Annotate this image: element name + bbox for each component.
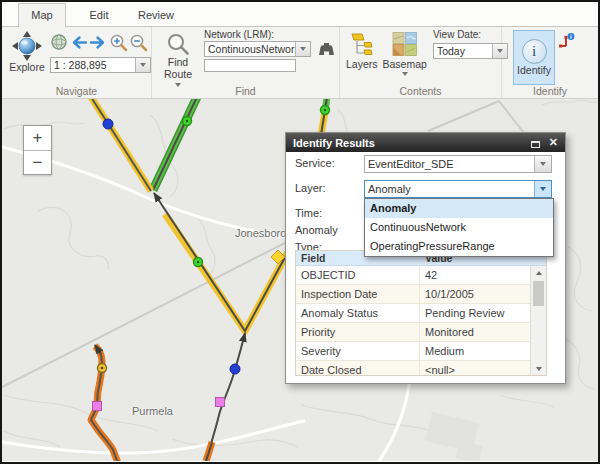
layers-button[interactable]: Layers: [346, 32, 378, 70]
anomaly-type-label: Anomaly Type:: [295, 222, 364, 240]
time-label: Time:: [295, 205, 364, 223]
table-scrollbar[interactable]: [530, 266, 546, 375]
dialog-title: Identify Results: [293, 137, 531, 149]
explore-button-label: Explore: [9, 61, 45, 73]
table-row: Anomaly Status Pending Review: [296, 304, 530, 323]
app-window: Map Edit Review Explore: [0, 0, 600, 464]
layer-dropdown-button[interactable]: [534, 181, 551, 197]
table-body: OBJECTID 42 Inspection Date 10/1/2005 An…: [296, 266, 530, 376]
service-value: EventEditor_SDE: [365, 156, 534, 172]
find-route-magnifier-icon: [166, 32, 190, 56]
view-date-value: Today: [434, 44, 492, 58]
ribbon-group-navigate: Explore: [2, 27, 152, 98]
layer-label: Layer:: [295, 180, 364, 198]
scroll-down-icon[interactable]: [531, 362, 546, 375]
layer-dropdown-list: Anomaly ContinuousNetwork OperatingPress…: [364, 198, 554, 257]
place-label-purmela: Purmela: [132, 405, 173, 417]
maximize-icon[interactable]: [531, 134, 540, 152]
ribbon-group-find: Find Route Network (LRM): ContinuousNetw…: [152, 27, 340, 98]
zoom-in-icon[interactable]: [109, 33, 128, 52]
chevron-down-icon: [540, 162, 546, 166]
view-date-label: View Date:: [433, 29, 508, 40]
route-green: [153, 99, 197, 190]
tab-edit[interactable]: Edit: [75, 5, 123, 26]
map-zoom-out-button[interactable]: −: [24, 150, 51, 174]
pink-square-marker: [93, 402, 102, 411]
ribbon-group-contents: Layers Basemap View Date:: [340, 27, 502, 98]
dropdown-option-anomaly[interactable]: Anomaly: [365, 199, 553, 218]
close-icon[interactable]: ✕: [549, 133, 558, 152]
find-route-label-line2: Route: [164, 68, 192, 80]
dropdown-option-continuousnetwork[interactable]: ContinuousNetwork: [365, 218, 553, 237]
identify-results-table: Field Value OBJECTID 42 Inspection Date …: [295, 250, 547, 376]
ribbon: Explore: [2, 27, 598, 99]
basemap-icon: [392, 32, 417, 56]
network-dropdown-button[interactable]: [295, 42, 310, 56]
identify-route-tool-icon[interactable]: [558, 33, 575, 49]
route-search-input[interactable]: [204, 59, 296, 72]
network-lrm-label: Network (LRM):: [204, 29, 335, 40]
identify-button[interactable]: i Identify: [513, 30, 555, 85]
chevron-down-icon: [140, 63, 146, 67]
identify-icon: i: [522, 39, 547, 64]
chevron-down-icon: [300, 47, 306, 51]
place-label-jonesboro: Jonesboro: [235, 227, 286, 239]
full-extent-globe-icon[interactable]: [50, 33, 68, 51]
urban-area: [425, 412, 482, 461]
service-dropdown-button[interactable]: [534, 156, 551, 172]
layers-button-label: Layers: [346, 58, 378, 70]
layers-icon: [350, 32, 374, 56]
find-route-button[interactable]: Find Route: [156, 32, 200, 87]
service-combobox[interactable]: EventEditor_SDE: [364, 155, 552, 173]
network-combobox[interactable]: ContinuousNetwork: [204, 41, 311, 57]
explore-button[interactable]: Explore: [6, 31, 48, 73]
table-row: Inspection Date 10/1/2005: [296, 285, 530, 304]
layer-value: Anomaly: [365, 181, 534, 197]
find-route-label-line1: Find: [168, 56, 188, 68]
scale-combobox[interactable]: 1 : 288,895: [50, 57, 151, 73]
zoom-out-icon[interactable]: [129, 33, 148, 52]
route-top-center: [321, 99, 327, 135]
service-label: Service:: [295, 155, 364, 173]
map-zoom-control: + −: [23, 125, 52, 175]
basemap-button-label: Basemap: [383, 58, 427, 70]
contents-group-label: Contents: [340, 85, 501, 98]
scale-dropdown-button[interactable]: [135, 58, 150, 72]
pink-square-marker: [216, 398, 225, 407]
explore-icon: [11, 31, 43, 61]
blue-point-marker: [230, 364, 240, 374]
next-extent-icon[interactable]: [89, 35, 108, 50]
tab-map[interactable]: Map: [18, 3, 66, 27]
ribbon-tab-bar: Map Edit Review: [2, 2, 598, 27]
map-zoom-in-button[interactable]: +: [24, 126, 51, 150]
table-row: Date Closed <null>: [296, 361, 530, 376]
identify-results-dialog: Identify Results ✕ Service: EventEditor_…: [285, 132, 566, 384]
tab-review[interactable]: Review: [132, 5, 180, 26]
scale-value: 1 : 288,895: [51, 58, 135, 72]
find-tools: Network (LRM): ContinuousNetwork: [204, 29, 335, 72]
ribbon-group-identify: i Identify Identify: [502, 27, 598, 98]
find-group-label: Find: [152, 85, 339, 98]
identify-button-label: Identify: [517, 64, 551, 76]
scroll-up-icon[interactable]: [531, 266, 546, 279]
route-yellow-lower: [154, 193, 296, 331]
blue-point-marker: [103, 119, 113, 129]
table-row: OBJECTID 42: [296, 266, 530, 285]
dropdown-option-operatingpressurerange[interactable]: OperatingPressureRange: [365, 237, 553, 256]
navigate-group-label: Navigate: [2, 85, 151, 98]
view-date-tools: View Date: Today: [433, 29, 508, 59]
layer-combobox[interactable]: Anomaly: [364, 180, 552, 198]
table-row: Priority Monitored: [296, 323, 530, 342]
chevron-down-icon: [402, 72, 408, 76]
dialog-titlebar[interactable]: Identify Results ✕: [286, 133, 565, 152]
binoculars-icon[interactable]: [318, 42, 335, 56]
network-value: ContinuousNetwork: [205, 42, 295, 56]
previous-extent-icon[interactable]: [69, 35, 88, 50]
chevron-down-icon: [540, 187, 546, 191]
basemap-button[interactable]: Basemap: [383, 32, 427, 76]
table-row: Severity Medium: [296, 342, 530, 361]
view-date-combobox[interactable]: Today: [433, 43, 508, 59]
identify-group-label: Identify: [502, 85, 598, 98]
map-view[interactable]: + − Jonesboro Purmela Identify Results ✕…: [2, 99, 598, 461]
scrollbar-thumb[interactable]: [533, 281, 544, 306]
